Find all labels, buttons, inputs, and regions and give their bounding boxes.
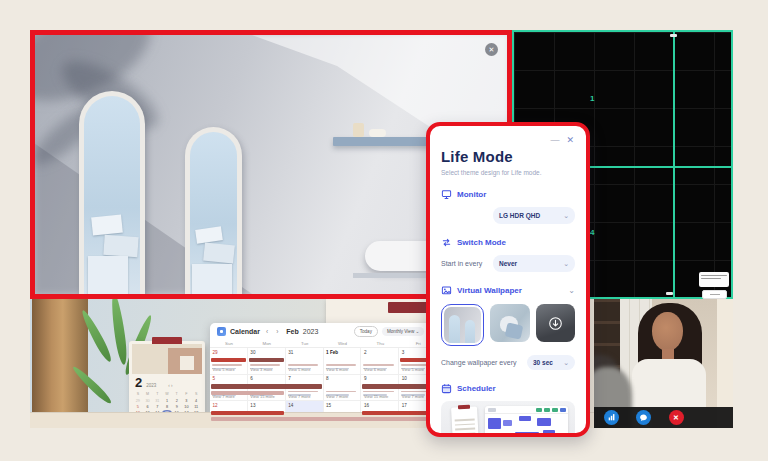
weekday-label: Sun xyxy=(210,339,248,348)
scheduler-preview-calendar xyxy=(451,406,479,437)
event-text-line xyxy=(326,391,356,393)
weekday-label: Mon xyxy=(248,339,286,348)
collapse-chevron-icon[interactable]: ⌄ xyxy=(568,286,575,295)
event-text-line xyxy=(288,364,318,366)
scheduler-icon xyxy=(441,383,452,394)
chevron-down-icon: ⌄ xyxy=(563,212,569,220)
calendar-day-cell[interactable]: 1 FebView 6 more xyxy=(324,348,362,374)
today-button[interactable]: Today xyxy=(354,326,378,337)
chevron-down-icon: ⌄ xyxy=(563,359,569,367)
wallpaper-thumb-2[interactable] xyxy=(490,304,529,342)
event-bar[interactable] xyxy=(211,391,284,395)
day-number: 1 Feb xyxy=(324,348,361,355)
event-bar[interactable] xyxy=(211,384,322,389)
video-call-view: ✕ xyxy=(594,299,733,428)
arch-window-large xyxy=(79,91,145,299)
switch-mode-section-header: Switch Mode xyxy=(441,237,575,248)
day-number: 12 xyxy=(210,401,247,408)
calendar-day-cell[interactable]: 31View 5 more xyxy=(286,348,324,374)
minimize-icon[interactable]: — xyxy=(550,137,559,143)
wallpaper-thumb-download[interactable] xyxy=(536,304,575,342)
stats-icon xyxy=(607,413,616,422)
event-text-line xyxy=(250,364,280,366)
monitor-section-header: Monitor xyxy=(441,189,575,200)
close-icon[interactable]: ✕ xyxy=(566,135,574,145)
monitor-dropdown[interactable]: LG HDR QHD ⌄ xyxy=(493,207,575,224)
weekday-label: Thu xyxy=(361,339,399,348)
calendar-app-icon xyxy=(217,327,226,336)
view-more-label[interactable]: View 15 more xyxy=(364,394,388,399)
start-in-every-label: Start in every xyxy=(441,260,482,267)
desk-weekday-label: S xyxy=(191,392,201,396)
download-icon xyxy=(548,316,563,331)
day-number: 15 xyxy=(324,401,361,408)
participant-face xyxy=(652,312,683,351)
wallpaper-interval-dropdown[interactable]: 30 sec ⌄ xyxy=(527,355,575,370)
grid-tooltip xyxy=(699,272,729,287)
calendar-day-cell[interactable]: 8View 7 more xyxy=(324,375,362,401)
image-icon xyxy=(441,285,452,296)
grid-tooltip-button[interactable] xyxy=(702,290,727,299)
close-icon[interactable]: ✕ xyxy=(485,43,498,56)
event-bar[interactable] xyxy=(362,411,435,416)
view-more-label[interactable]: View 7 more xyxy=(213,394,235,399)
panel-title: Life Mode xyxy=(441,148,575,165)
stats-button[interactable] xyxy=(604,410,619,425)
split-handle[interactable] xyxy=(670,34,677,37)
desk-calendar-illustration xyxy=(132,344,202,374)
day-number: 8 xyxy=(324,375,361,382)
event-text-line xyxy=(288,391,318,393)
view-more-label[interactable]: View 7 more xyxy=(326,394,348,399)
event-text-line xyxy=(212,364,242,366)
split-vertical-line xyxy=(673,32,675,297)
quadrant-label: 4 xyxy=(590,228,594,237)
day-number: 2 xyxy=(361,348,398,355)
wallpaper-thumb-selected[interactable] xyxy=(441,304,484,346)
view-more-label[interactable]: View 6 more xyxy=(326,367,348,372)
event-text-line xyxy=(326,364,356,366)
switch-mode-label: Switch Mode xyxy=(457,238,506,247)
desk-weekday-label: F xyxy=(182,392,192,396)
event-text-line xyxy=(363,364,393,366)
view-dropdown[interactable]: Monthly View ⌄ xyxy=(382,327,424,336)
event-bar[interactable] xyxy=(211,411,284,416)
scheduler-preview[interactable] xyxy=(441,401,575,437)
month-label: Feb xyxy=(286,328,298,335)
event-bar[interactable] xyxy=(362,384,435,389)
view-more-label[interactable]: View 5 more xyxy=(402,367,424,372)
day-number: 13 xyxy=(248,401,285,408)
end-call-button[interactable]: ✕ xyxy=(669,410,684,425)
participant-shirt xyxy=(632,359,706,409)
day-number: 31 xyxy=(286,348,323,355)
view-more-label[interactable]: View 3 more xyxy=(250,367,272,372)
view-more-label[interactable]: View 15 more xyxy=(250,394,274,399)
view-more-label[interactable]: View 7 more xyxy=(402,394,424,399)
plant-leaf xyxy=(109,299,129,365)
switch-icon xyxy=(441,237,452,248)
split-handle[interactable] xyxy=(666,292,673,295)
view-more-label[interactable]: View 5 more xyxy=(288,367,310,372)
monitor-label: Monitor xyxy=(457,190,486,199)
view-more-label[interactable]: View 5 more xyxy=(213,367,235,372)
scheduler-section-header: Scheduler xyxy=(441,383,575,394)
event-bar[interactable] xyxy=(249,358,284,363)
quadrant-label: 1 xyxy=(590,94,594,103)
arch-window-small xyxy=(185,127,242,299)
desk-weekday-label: W xyxy=(162,392,172,396)
next-month-button[interactable]: › xyxy=(276,328,280,335)
calendar-day-cell[interactable]: 2View 6 more xyxy=(361,348,399,374)
day-number: 9 xyxy=(361,375,398,382)
event-bar[interactable] xyxy=(211,358,246,363)
view-more-label[interactable]: View 6 more xyxy=(364,367,386,372)
virtual-wallpaper-section-header: Virtual Wallpaper ⌄ xyxy=(441,285,575,296)
wood-pillar xyxy=(32,299,88,428)
view-more-label[interactable]: View 7 more xyxy=(288,394,310,399)
day-number: 30 xyxy=(248,348,285,355)
desk-month-number: 2 xyxy=(135,375,142,390)
weekday-label: Wed xyxy=(324,339,362,348)
event-text-line xyxy=(363,391,393,393)
chat-button[interactable] xyxy=(636,410,651,425)
prev-month-button[interactable]: ‹ xyxy=(266,328,270,335)
switch-interval-dropdown[interactable]: Never ⌄ xyxy=(493,255,575,272)
chat-icon xyxy=(639,413,648,422)
